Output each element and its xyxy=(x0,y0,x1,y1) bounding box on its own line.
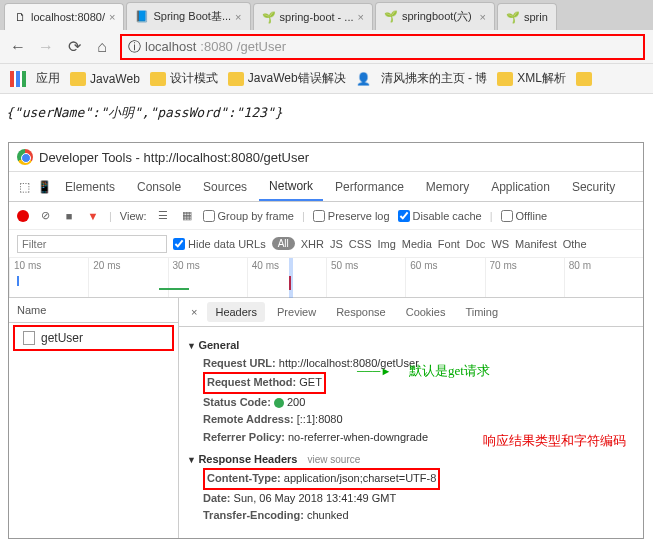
folder-icon xyxy=(497,72,513,86)
remote-address-row: Remote Address: [::1]:8080 xyxy=(203,411,635,429)
detail-tab-headers[interactable]: Headers xyxy=(207,302,265,322)
filter-doc[interactable]: Doc xyxy=(466,238,486,250)
close-icon[interactable]: × xyxy=(235,11,241,23)
chrome-icon xyxy=(17,149,33,165)
back-button[interactable]: ← xyxy=(8,38,28,56)
date-row: Date: Sun, 06 May 2018 13:41:49 GMT xyxy=(203,490,635,508)
folder-icon[interactable] xyxy=(576,72,592,86)
filter-xhr[interactable]: XHR xyxy=(301,238,324,250)
tab-title: Spring Boot基... xyxy=(153,9,231,24)
filter-css[interactable]: CSS xyxy=(349,238,372,250)
tab-title: localhost:8080/ xyxy=(31,11,105,23)
status-dot-icon xyxy=(274,398,284,408)
reload-button[interactable]: ⟳ xyxy=(64,37,84,56)
panel-memory[interactable]: Memory xyxy=(416,174,479,200)
detail-tab-timing[interactable]: Timing xyxy=(457,302,506,322)
tab-title: sprin xyxy=(524,11,548,23)
filter-media[interactable]: Media xyxy=(402,238,432,250)
response-headers-section[interactable]: Response Headersview source xyxy=(187,451,635,469)
tab-2[interactable]: 🌱spring-boot - ...× xyxy=(253,3,373,30)
clear-button[interactable]: ⊘ xyxy=(37,209,53,222)
timeline-highlight xyxy=(289,258,293,298)
transfer-encoding-row: Transfer-Encoding: chunked xyxy=(203,507,635,525)
tab-3[interactable]: 🌱springboot(六)× xyxy=(375,2,495,30)
file-icon xyxy=(23,331,35,345)
detail-tab-response[interactable]: Response xyxy=(328,302,394,322)
request-details: × Headers Preview Response Cookies Timin… xyxy=(179,298,643,538)
tab-4[interactable]: 🌱sprin xyxy=(497,3,557,30)
info-icon[interactable]: ⓘ xyxy=(128,38,141,56)
view-source-link[interactable]: view source xyxy=(307,454,360,465)
panel-application[interactable]: Application xyxy=(481,174,560,200)
annotation-response: 响应结果类型和字符编码 xyxy=(483,431,626,452)
panel-console[interactable]: Console xyxy=(127,174,191,200)
arrow-icon: ───► xyxy=(357,363,391,381)
bookmark-folder[interactable]: 设计模式 xyxy=(150,70,218,87)
network-filter-bar: Hide data URLs All XHR JS CSS Img Media … xyxy=(9,230,643,258)
bookmark-folder[interactable]: XML解析 xyxy=(497,70,566,87)
bookmark-label: XML解析 xyxy=(517,70,566,87)
filter-other[interactable]: Othe xyxy=(563,238,587,250)
bookmark-label: JavaWeb xyxy=(90,72,140,86)
capture-button[interactable]: ■ xyxy=(61,210,77,222)
bookmark-folder[interactable]: JavaWeb错误解决 xyxy=(228,70,346,87)
disable-cache-checkbox[interactable]: Disable cache xyxy=(398,210,482,222)
filter-all[interactable]: All xyxy=(272,237,295,250)
panel-sources[interactable]: Sources xyxy=(193,174,257,200)
network-toolbar: ⊘ ■ ▼ | View: ☰ ▦ Group by frame | Prese… xyxy=(9,202,643,230)
filter-ws[interactable]: WS xyxy=(491,238,509,250)
page-response: {"userName":"小明","passWord":"123"} xyxy=(0,94,653,132)
timeline-overlay xyxy=(9,276,643,290)
annotation-request: 默认是get请求 xyxy=(409,361,490,382)
panel-elements[interactable]: Elements xyxy=(55,174,125,200)
tab-0[interactable]: 🗋localhost:8080/× xyxy=(4,3,124,30)
close-icon[interactable]: × xyxy=(480,11,486,23)
forward-button[interactable]: → xyxy=(36,38,56,56)
device-icon[interactable]: 📱 xyxy=(35,180,53,194)
bookmark-user-icon[interactable]: 👤 xyxy=(356,72,371,86)
general-section[interactable]: General xyxy=(187,337,635,355)
bookmark-label[interactable]: 清风拂来的主页 - 博 xyxy=(381,70,488,87)
record-button[interactable] xyxy=(17,210,29,222)
request-item[interactable]: getUser xyxy=(13,325,174,351)
panel-network[interactable]: Network xyxy=(259,173,323,201)
detail-tab-cookies[interactable]: Cookies xyxy=(398,302,454,322)
url-port: :8080 xyxy=(200,39,233,54)
filter-img[interactable]: Img xyxy=(377,238,395,250)
view-grid-icon[interactable]: ▦ xyxy=(179,209,195,222)
network-timeline[interactable]: 10 ms 20 ms 30 ms 40 ms 50 ms 60 ms 70 m… xyxy=(9,258,643,298)
status-code-row: Status Code: 200 xyxy=(203,394,635,412)
hide-data-urls-checkbox[interactable]: Hide data URLs xyxy=(173,238,266,250)
apps-icon[interactable] xyxy=(10,71,26,87)
panel-security[interactable]: Security xyxy=(562,174,625,200)
filter-input[interactable] xyxy=(17,235,167,253)
preserve-log-checkbox[interactable]: Preserve log xyxy=(313,210,390,222)
filter-font[interactable]: Font xyxy=(438,238,460,250)
filter-manifest[interactable]: Manifest xyxy=(515,238,557,250)
close-details[interactable]: × xyxy=(185,302,203,322)
close-icon[interactable]: × xyxy=(358,11,364,23)
url-path: /getUser xyxy=(237,39,286,54)
bookmark-folder[interactable]: JavaWeb xyxy=(70,72,140,86)
filter-js[interactable]: JS xyxy=(330,238,343,250)
home-button[interactable]: ⌂ xyxy=(92,38,112,56)
folder-icon xyxy=(228,72,244,86)
tab-1[interactable]: 📘Spring Boot基...× xyxy=(126,2,250,30)
group-by-frame-checkbox[interactable]: Group by frame xyxy=(203,210,294,222)
offline-checkbox[interactable]: Offline xyxy=(501,210,548,222)
detail-tab-preview[interactable]: Preview xyxy=(269,302,324,322)
address-bar: ← → ⟳ ⌂ ⓘ localhost:8080/getUser xyxy=(0,30,653,64)
checkbox-label: Preserve log xyxy=(328,210,390,222)
folder-icon xyxy=(150,72,166,86)
close-icon[interactable]: × xyxy=(109,11,115,23)
panel-performance[interactable]: Performance xyxy=(325,174,414,200)
filter-toggle[interactable]: ▼ xyxy=(85,210,101,222)
name-column-header[interactable]: Name xyxy=(9,298,178,323)
content-type-row: Content-Type: application/json;charset=U… xyxy=(203,468,635,490)
apps-label[interactable]: 应用 xyxy=(36,70,60,87)
view-list-icon[interactable]: ☰ xyxy=(155,209,171,222)
inspect-icon[interactable]: ⬚ xyxy=(15,180,33,194)
tab-title: springboot(六) xyxy=(402,9,472,24)
devtools-panel-tabs: ⬚ 📱 Elements Console Sources Network Per… xyxy=(9,172,643,202)
url-input[interactable]: ⓘ localhost:8080/getUser xyxy=(120,34,645,60)
